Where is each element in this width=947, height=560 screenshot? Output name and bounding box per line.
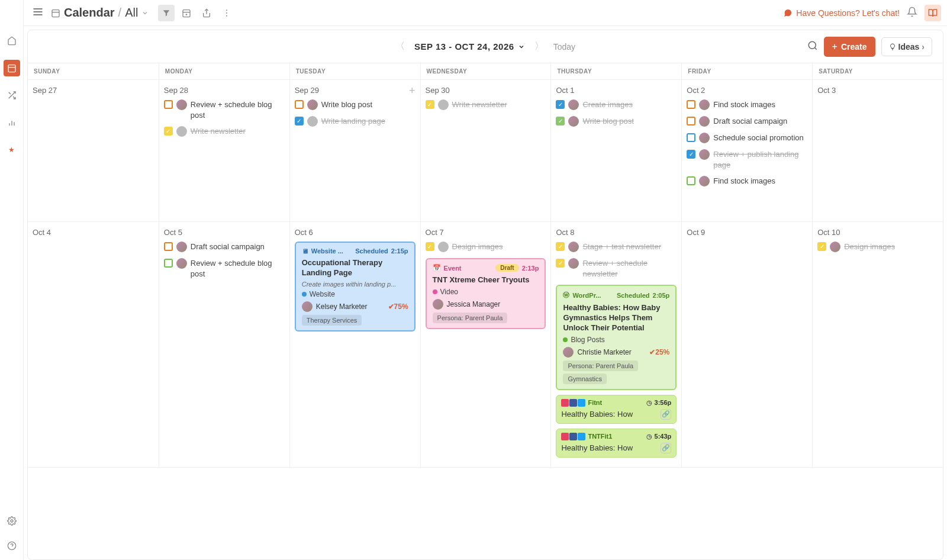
type-icon: 📅 [433,264,441,272]
day-cell[interactable]: Oct 4 [28,222,159,467]
task-item[interactable]: ✓Design images [817,242,938,252]
checkbox[interactable]: ✓ [817,242,826,251]
account-name: Fitnt [588,399,643,406]
more-button[interactable] [218,5,235,21]
task-text: Draft social campaign [713,116,807,127]
avatar [563,347,574,358]
day-cell[interactable]: Sep 30✓Write newsletter [420,80,551,221]
breadcrumb-filter[interactable]: All [125,6,138,20]
task-item[interactable]: Review + schedule blog post [164,99,285,120]
share-button[interactable] [198,5,215,21]
task-item[interactable]: ✓Review + publish landing page [687,149,807,170]
calendar-icon[interactable] [4,60,20,76]
day-header: SATURDAY [812,63,943,79]
schedule-button[interactable] [178,5,195,21]
link-icon[interactable]: 🔗 [661,409,671,420]
task-item[interactable]: ✓Stage + test newsletter [556,242,677,252]
day-cell[interactable]: Sep 29+Write blog post✓Write landing pag… [289,80,420,221]
task-item[interactable]: ✓Review + schedule newsletter [556,258,677,279]
settings-icon[interactable] [4,513,20,529]
task-item[interactable]: ✓Write newsletter [426,99,546,110]
task-text: Review + schedule blog post [191,258,285,279]
checkbox[interactable]: ✓ [556,259,565,268]
bulb-icon [889,43,896,51]
checkbox[interactable]: ✓ [556,100,565,109]
calendar-grid: Sep 27Sep 28Review + schedule blog post✓… [28,80,943,559]
day-cell[interactable]: Oct 10✓Design images [812,222,943,467]
next-arrow[interactable]: 〉 [534,40,544,53]
content-card[interactable]: Fitnt◷3:56pHealthy Babies: How🔗 [556,395,677,424]
task-item[interactable]: ✓Write newsletter [164,126,285,137]
menu-icon[interactable] [30,4,46,22]
task-item[interactable]: Review + schedule blog post [164,258,285,279]
day-cell[interactable]: Oct 3 [812,80,943,221]
prev-arrow[interactable]: 〈 [395,40,405,53]
day-cell[interactable]: Oct 6🖥Website ...Scheduled2:15pOccupatio… [289,222,420,467]
checkbox[interactable]: ✓ [295,117,304,125]
help-icon[interactable] [4,538,20,554]
day-header: FRIDAY [681,63,812,79]
checkbox[interactable] [295,100,304,109]
analytics-icon[interactable] [4,114,20,131]
book-icon[interactable] [925,5,941,21]
checkbox[interactable] [687,100,695,109]
task-item[interactable]: ✓Write blog post [556,116,677,127]
task-item[interactable]: ✓Design images [426,242,546,252]
shuffle-icon[interactable] [4,87,20,104]
day-cell[interactable]: Sep 28Review + schedule blog post✓Write … [159,80,289,221]
content-card[interactable]: 🖥Website ...Scheduled2:15pOccupational T… [295,242,415,332]
search-icon[interactable] [807,40,818,53]
task-item[interactable]: ✓Write landing page [295,116,415,127]
avatar [307,99,318,110]
content-card[interactable]: ⓦWordPr...Scheduled2:05pHealthy Babies: … [556,285,677,390]
task-item[interactable]: Find stock images [687,176,807,186]
day-cell[interactable]: Oct 8✓Stage + test newsletter✓Review + s… [550,222,681,467]
task-item[interactable]: Write blog post [295,99,415,110]
checkbox[interactable]: ✓ [426,100,434,109]
bell-icon[interactable] [907,7,917,19]
svg-rect-0 [8,65,15,72]
task-item[interactable]: Draft social campaign [687,116,807,127]
checkbox[interactable]: ✓ [556,242,565,251]
day-cell[interactable]: Oct 7✓Design images📅EventDraft2:13pTNT X… [420,222,551,467]
ideas-button[interactable]: Ideas › [881,37,932,56]
task-item[interactable]: Draft social campaign [164,242,285,252]
chat-link[interactable]: Have Questions? Let's chat! [783,8,900,18]
day-cell[interactable]: Oct 2Find stock imagesDraft social campa… [681,80,812,221]
checkbox[interactable] [687,117,695,125]
link-icon[interactable]: 🔗 [661,443,671,453]
checkbox[interactable]: ✓ [164,127,173,136]
card-title: Occupational Therapy Landing Page [302,258,408,278]
card-time: 5:43p [655,433,672,440]
day-cell[interactable]: Oct 9 [681,222,812,467]
today-link[interactable]: Today [553,42,575,52]
breadcrumb: Calendar / All [51,6,149,20]
checkbox[interactable]: ✓ [426,242,434,251]
star-icon[interactable]: ★ [4,141,20,158]
day-header: THURSDAY [550,63,681,79]
checkbox[interactable] [164,259,173,268]
category-dot [563,337,568,342]
day-cell[interactable]: Sep 27 [28,80,159,221]
content-card[interactable]: 📅EventDraft2:13pTNT Xtreme Cheer Tryouts… [426,258,546,329]
checkbox[interactable] [164,100,173,109]
date-range[interactable]: SEP 13 - OCT 24, 2026 [414,41,525,52]
checkbox[interactable] [687,133,695,142]
task-item[interactable]: ✓Create images [556,99,677,110]
checkbox[interactable]: ✓ [556,117,565,125]
content-card[interactable]: TNTFit1◷5:43pHealthy Babies: How🔗 [556,429,677,458]
filter-button[interactable] [158,5,175,21]
day-date: Oct 7 [426,228,546,237]
tag: Persona: Parent Paula [563,361,638,371]
task-item[interactable]: Schedule social promotion [687,133,807,143]
day-cell[interactable]: Oct 1✓Create images✓Write blog post [550,80,681,221]
task-item[interactable]: Find stock images [687,99,807,110]
chevron-down-icon[interactable] [141,9,149,17]
home-icon[interactable] [4,33,20,49]
add-button[interactable]: + [409,85,415,97]
checkbox[interactable] [164,242,173,251]
day-cell[interactable]: Oct 5Draft social campaignReview + sched… [159,222,289,467]
checkbox[interactable] [687,176,695,185]
checkbox[interactable]: ✓ [687,150,695,159]
create-button[interactable]: + Create [824,37,875,57]
